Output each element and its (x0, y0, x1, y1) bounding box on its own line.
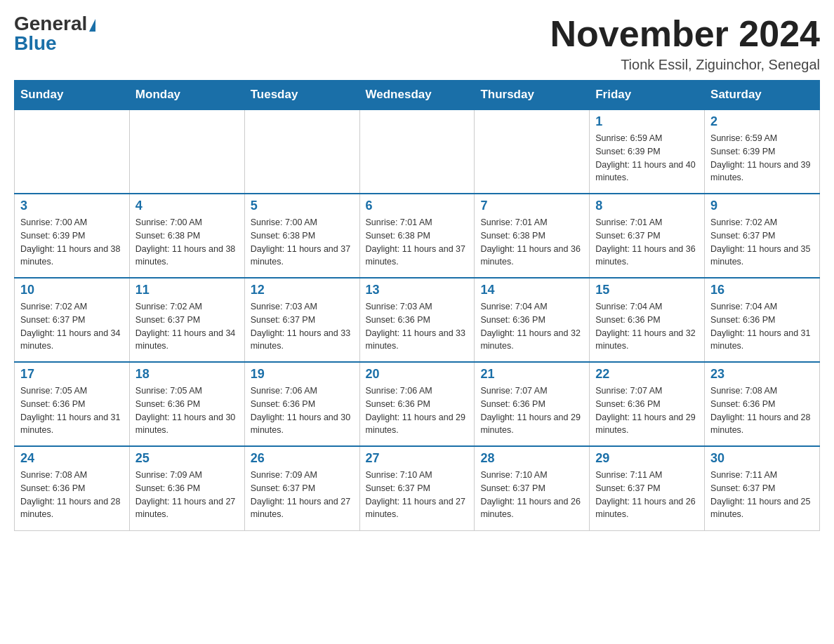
calendar-cell: 16Sunrise: 7:04 AMSunset: 6:36 PMDayligh… (705, 278, 820, 362)
logo-general-text: General (14, 14, 95, 34)
calendar-week-row-1: 1Sunrise: 6:59 AMSunset: 6:39 PMDaylight… (15, 109, 820, 194)
col-thursday: Thursday (475, 81, 590, 110)
col-tuesday: Tuesday (244, 81, 359, 110)
calendar-cell: 28Sunrise: 7:10 AMSunset: 6:37 PMDayligh… (475, 446, 590, 530)
calendar-cell: 12Sunrise: 7:03 AMSunset: 6:37 PMDayligh… (244, 278, 359, 362)
title-block: November 2024 Tionk Essil, Ziguinchor, S… (550, 14, 820, 73)
day-info: Sunrise: 7:07 AMSunset: 6:36 PMDaylight:… (480, 384, 583, 437)
day-number: 20 (366, 367, 469, 382)
calendar-cell: 14Sunrise: 7:04 AMSunset: 6:36 PMDayligh… (475, 278, 590, 362)
day-info: Sunrise: 7:09 AMSunset: 6:37 PMDaylight:… (251, 469, 354, 521)
day-number: 4 (135, 199, 239, 213)
col-wednesday: Wednesday (359, 81, 475, 110)
day-info: Sunrise: 7:00 AMSunset: 6:38 PMDaylight:… (135, 216, 239, 269)
day-number: 12 (251, 283, 354, 297)
day-number: 15 (595, 283, 699, 297)
day-number: 21 (480, 367, 583, 382)
day-info: Sunrise: 7:04 AMSunset: 6:36 PMDaylight:… (710, 300, 814, 353)
day-number: 3 (20, 199, 124, 213)
day-number: 26 (251, 451, 354, 466)
day-number: 9 (710, 199, 814, 213)
day-number: 22 (595, 367, 699, 382)
day-info: Sunrise: 7:03 AMSunset: 6:37 PMDaylight:… (251, 300, 354, 353)
calendar-cell: 17Sunrise: 7:05 AMSunset: 6:36 PMDayligh… (15, 362, 130, 446)
col-friday: Friday (590, 81, 705, 110)
calendar-cell: 20Sunrise: 7:06 AMSunset: 6:36 PMDayligh… (359, 362, 475, 446)
calendar-cell: 23Sunrise: 7:08 AMSunset: 6:36 PMDayligh… (705, 362, 820, 446)
calendar-cell (244, 109, 359, 194)
calendar-cell: 15Sunrise: 7:04 AMSunset: 6:36 PMDayligh… (590, 278, 705, 362)
logo: General Blue (14, 14, 95, 53)
calendar-cell: 18Sunrise: 7:05 AMSunset: 6:36 PMDayligh… (129, 362, 244, 446)
calendar-cell: 7Sunrise: 7:01 AMSunset: 6:38 PMDaylight… (475, 194, 590, 278)
calendar-cell: 22Sunrise: 7:07 AMSunset: 6:36 PMDayligh… (590, 362, 705, 446)
day-info: Sunrise: 7:06 AMSunset: 6:36 PMDaylight:… (366, 384, 469, 437)
day-number: 8 (595, 199, 699, 213)
day-info: Sunrise: 7:02 AMSunset: 6:37 PMDaylight:… (710, 216, 814, 269)
day-number: 27 (366, 451, 469, 466)
day-info: Sunrise: 7:09 AMSunset: 6:36 PMDaylight:… (135, 469, 239, 521)
day-number: 18 (135, 367, 239, 382)
day-info: Sunrise: 7:01 AMSunset: 6:37 PMDaylight:… (595, 216, 699, 269)
day-info: Sunrise: 7:02 AMSunset: 6:37 PMDaylight:… (135, 300, 239, 353)
calendar-cell: 1Sunrise: 6:59 AMSunset: 6:39 PMDaylight… (590, 109, 705, 194)
day-number: 6 (366, 199, 469, 213)
day-info: Sunrise: 7:10 AMSunset: 6:37 PMDaylight:… (366, 469, 469, 521)
calendar-cell: 2Sunrise: 6:59 AMSunset: 6:39 PMDaylight… (705, 109, 820, 194)
month-title: November 2024 (550, 14, 820, 54)
day-info: Sunrise: 7:03 AMSunset: 6:36 PMDaylight:… (366, 300, 469, 353)
calendar-cell: 6Sunrise: 7:01 AMSunset: 6:38 PMDaylight… (359, 194, 475, 278)
day-number: 23 (710, 367, 814, 382)
day-number: 1 (595, 114, 699, 129)
calendar-week-row-3: 10Sunrise: 7:02 AMSunset: 6:37 PMDayligh… (15, 278, 820, 362)
day-number: 17 (20, 367, 124, 382)
day-number: 10 (20, 283, 124, 297)
day-number: 14 (480, 283, 583, 297)
day-info: Sunrise: 7:01 AMSunset: 6:38 PMDaylight:… (366, 216, 469, 269)
calendar-cell: 8Sunrise: 7:01 AMSunset: 6:37 PMDaylight… (590, 194, 705, 278)
day-number: 24 (20, 451, 124, 466)
day-info: Sunrise: 7:11 AMSunset: 6:37 PMDaylight:… (710, 469, 814, 521)
day-number: 25 (135, 451, 239, 466)
calendar-cell: 24Sunrise: 7:08 AMSunset: 6:36 PMDayligh… (15, 446, 130, 530)
calendar-cell: 4Sunrise: 7:00 AMSunset: 6:38 PMDaylight… (129, 194, 244, 278)
day-info: Sunrise: 6:59 AMSunset: 6:39 PMDaylight:… (710, 132, 814, 185)
day-number: 30 (710, 451, 814, 466)
calendar-cell: 3Sunrise: 7:00 AMSunset: 6:39 PMDaylight… (15, 194, 130, 278)
page-header: General Blue November 2024 Tionk Essil, … (14, 14, 820, 73)
calendar-cell: 26Sunrise: 7:09 AMSunset: 6:37 PMDayligh… (244, 446, 359, 530)
calendar-week-row-5: 24Sunrise: 7:08 AMSunset: 6:36 PMDayligh… (15, 446, 820, 530)
calendar-cell: 19Sunrise: 7:06 AMSunset: 6:36 PMDayligh… (244, 362, 359, 446)
calendar-cell: 29Sunrise: 7:11 AMSunset: 6:37 PMDayligh… (590, 446, 705, 530)
day-number: 16 (710, 283, 814, 297)
day-number: 2 (710, 114, 814, 129)
col-monday: Monday (129, 81, 244, 110)
calendar-cell: 13Sunrise: 7:03 AMSunset: 6:36 PMDayligh… (359, 278, 475, 362)
day-number: 19 (251, 367, 354, 382)
calendar-cell: 30Sunrise: 7:11 AMSunset: 6:37 PMDayligh… (705, 446, 820, 530)
calendar-cell (475, 109, 590, 194)
day-info: Sunrise: 7:05 AMSunset: 6:36 PMDaylight:… (20, 384, 124, 437)
day-info: Sunrise: 7:02 AMSunset: 6:37 PMDaylight:… (20, 300, 124, 353)
day-info: Sunrise: 7:07 AMSunset: 6:36 PMDaylight:… (595, 384, 699, 437)
day-number: 28 (480, 451, 583, 466)
day-number: 5 (251, 199, 354, 213)
day-info: Sunrise: 7:04 AMSunset: 6:36 PMDaylight:… (595, 300, 699, 353)
calendar-cell: 9Sunrise: 7:02 AMSunset: 6:37 PMDaylight… (705, 194, 820, 278)
day-info: Sunrise: 6:59 AMSunset: 6:39 PMDaylight:… (595, 132, 699, 185)
day-number: 29 (595, 451, 699, 466)
calendar-cell: 10Sunrise: 7:02 AMSunset: 6:37 PMDayligh… (15, 278, 130, 362)
calendar-cell: 25Sunrise: 7:09 AMSunset: 6:36 PMDayligh… (129, 446, 244, 530)
logo-blue-text: Blue (14, 34, 57, 53)
day-number: 11 (135, 283, 239, 297)
day-info: Sunrise: 7:10 AMSunset: 6:37 PMDaylight:… (480, 469, 583, 521)
calendar-cell: 27Sunrise: 7:10 AMSunset: 6:37 PMDayligh… (359, 446, 475, 530)
day-number: 13 (366, 283, 469, 297)
day-info: Sunrise: 7:11 AMSunset: 6:37 PMDaylight:… (595, 469, 699, 521)
day-info: Sunrise: 7:00 AMSunset: 6:39 PMDaylight:… (20, 216, 124, 269)
calendar-header-row: Sunday Monday Tuesday Wednesday Thursday… (15, 81, 820, 110)
day-info: Sunrise: 7:05 AMSunset: 6:36 PMDaylight:… (135, 384, 239, 437)
calendar-cell (15, 109, 130, 194)
day-number: 7 (480, 199, 583, 213)
col-saturday: Saturday (705, 81, 820, 110)
